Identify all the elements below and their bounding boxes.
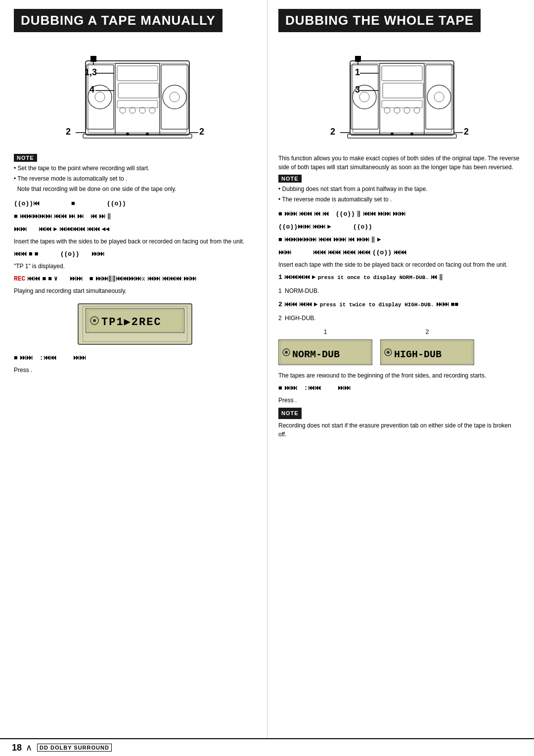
- svg-point-15: [149, 107, 155, 113]
- bottom-bar: 18 ∧ DD DOLBY SURROUND: [0, 738, 534, 756]
- svg-rect-5: [161, 65, 188, 129]
- svg-point-38: [359, 92, 369, 102]
- left-step-row-5: REC ⏮⏮ ■ ■ ∨ ⏭⏭ ■ ⏭⏭‖‖⏮⏮⏭⏭⌅ ⏮⏭ ⏮⏮⏮ ⏭⏭: [14, 274, 256, 284]
- right-step2-text: press it once to display NORM-DUB.: [318, 273, 429, 283]
- right-step-row-1: ■ ⏭⏭ ⏮⏮ ⏮ ⏮ ((o)) ‖ ⏮⏮ ⏭⏭ ⏭⏭: [278, 209, 520, 220]
- svg-text:NORM-DUB: NORM-DUB: [292, 349, 340, 360]
- svg-point-47: [394, 107, 400, 113]
- right-device-illustration: 1 3 2 2: [325, 46, 474, 150]
- page-number: 18: [12, 743, 22, 753]
- main-content: DUBBING A TAPE MANUALLY: [0, 0, 534, 738]
- svg-point-13: [130, 107, 135, 113]
- svg-point-7: [170, 92, 179, 102]
- svg-rect-11: [117, 100, 158, 108]
- right-note1-item-1: • Dubbing does not start from a point ha…: [278, 185, 520, 193]
- right-step-row-2: ((o))⏭⏭ ⏮⏭ ► ((o)): [278, 222, 520, 233]
- left-device-illustration: 1,3 4 2 2: [61, 46, 209, 150]
- right-step2-row: 1 ⏮⏮⏮⏮ ► press it once to display NORM-D…: [278, 272, 520, 283]
- left-step-row-4: ⏮⏮ ■ ■ ((o)) ⏭⏭: [14, 249, 256, 260]
- svg-point-48: [404, 107, 410, 113]
- svg-text:2: 2: [66, 127, 71, 137]
- left-lcd: TP1▶2REC: [78, 303, 192, 344]
- right-step-row-3: ■ ⏮⏭⏭⏭⏭ ⏮⏮ ⏭⏭ ⏮ ⏭⏭ ‖ ►: [278, 235, 520, 245]
- right-step1-text: Insert each tape with the side to be pla…: [278, 260, 520, 269]
- right-step4-text: The tapes are rewound to the beginning o…: [278, 371, 520, 380]
- svg-rect-45: [382, 100, 422, 108]
- dolby-logo: DD DOLBY SURROUND: [37, 744, 112, 752]
- left-step-row-2: ■ ⏮⏭⏭⏭⏭ ⏮⏮ ⏭ ⏭ ⏮ ⏭ ‖: [14, 211, 256, 222]
- left-column: DUBBING A TAPE MANUALLY: [0, 0, 267, 738]
- left-step-row-1: ((o))⏮ ■ ((o)): [14, 198, 256, 209]
- svg-text:2: 2: [199, 127, 204, 137]
- svg-rect-39: [426, 65, 453, 129]
- svg-text:4: 4: [89, 85, 94, 94]
- svg-point-46: [384, 107, 390, 113]
- svg-text:3: 3: [355, 85, 360, 94]
- svg-rect-8: [115, 63, 160, 135]
- svg-point-62: [410, 133, 413, 136]
- right-step-row-4: ⏭⏭ ⏮⏮ ⏮⏮ ⏮⏮ ⏮⏮ ((o)) ⏮⏮: [278, 247, 520, 258]
- svg-rect-42: [380, 63, 424, 135]
- right-step3-text: press it twice to display HIGH-DUB.: [320, 300, 434, 310]
- svg-point-14: [139, 107, 145, 113]
- left-note-item-2: • The reverse mode is automatically set …: [14, 174, 256, 183]
- left-step-row-6: ■ ⏭⏭ :⏮⏮ ⏭⏭: [14, 353, 256, 364]
- svg-text:2: 2: [330, 127, 335, 137]
- left-step1-text: Insert the tapes with the sides to be pl…: [14, 237, 256, 246]
- left-step2-text: "TP 1" is displayed.: [14, 262, 256, 271]
- right-title: DUBBING THE WHOLE TAPE: [278, 9, 481, 32]
- left-illustration-wrap: 1,3 4 2 2: [14, 46, 256, 150]
- svg-text:2: 2: [464, 127, 469, 137]
- right-steps: ■ ⏭⏭ ⏮⏮ ⏮ ⏮ ((o)) ‖ ⏮⏮ ⏭⏭ ⏭⏭ ((o))⏭⏭ ⏮⏭ …: [278, 209, 520, 439]
- left-steps: ((o))⏮ ■ ((o)) ■ ⏮⏭⏭⏭⏭ ⏮⏮ ⏭ ⏭ ⏮ ⏭ ‖ ⏭⏭ ⏮…: [14, 198, 256, 375]
- svg-point-71: [387, 351, 390, 354]
- lcd2-num-label: 2: [380, 327, 474, 337]
- right-column: DUBBING THE WHOLE TAPE: [267, 0, 534, 738]
- right-note1-item-2: • The reverse mode is automatically set …: [278, 195, 520, 204]
- caret-up-icon: ∧: [26, 742, 32, 753]
- svg-point-12: [120, 107, 126, 113]
- right-step3-num: 2: [278, 299, 282, 310]
- left-step-row-3: ⏭⏭ ⏮⏮ ► ⏮⏮⏮⏮ ⏮⏮ ◄◄: [14, 224, 256, 235]
- svg-point-61: [391, 133, 394, 136]
- left-title: DUBBING A TAPE MANUALLY: [14, 9, 222, 32]
- right-note2-text: Recording does not start if the erasure …: [278, 421, 520, 439]
- right-lcd1: NORM-DUB: [278, 339, 372, 365]
- svg-text:HIGH-DUB: HIGH-DUB: [394, 349, 442, 360]
- svg-point-27: [126, 133, 129, 136]
- svg-text:1: 1: [355, 67, 360, 77]
- right-step3-row: 2 ⏮⏮ ⏮⏮ ► press it twice to display HIGH…: [278, 299, 520, 310]
- svg-text:TP1▶2REC: TP1▶2REC: [101, 316, 162, 329]
- left-note-label: NOTE: [14, 154, 37, 162]
- lcd-row: 1 NORM-DUB 2: [278, 327, 520, 368]
- right-lcd2: HIGH-DUB: [380, 339, 474, 365]
- right-illustration-wrap: 1 3 2 2: [278, 46, 520, 150]
- norm-dub-label: 1 NORM-DUB.: [278, 286, 319, 296]
- svg-point-66: [285, 351, 288, 354]
- svg-rect-24: [90, 56, 96, 62]
- svg-point-40: [427, 85, 451, 109]
- svg-rect-9: [117, 66, 158, 81]
- right-note1-label: NOTE: [278, 175, 302, 183]
- svg-point-49: [414, 107, 420, 113]
- svg-rect-43: [382, 66, 422, 81]
- left-note-item-3: Note that recording will be done on one …: [14, 185, 256, 193]
- left-note-item-1: • Set the tape to the point where record…: [14, 164, 256, 173]
- high-dub-label: 2 HIGH-DUB.: [278, 313, 316, 323]
- svg-point-28: [146, 133, 149, 136]
- right-intro: This function allows you to make exact c…: [278, 154, 520, 172]
- left-step4-text: Press .: [14, 366, 256, 375]
- svg-rect-10: [118, 83, 159, 98]
- right-step-row-5: ■ ⏭⏭ :⏮⏮ ⏭⏭: [278, 383, 520, 394]
- svg-point-6: [163, 85, 186, 109]
- svg-point-41: [434, 92, 444, 102]
- left-note: NOTE • Set the tape to the point where r…: [14, 154, 256, 193]
- right-step5-text: Press .: [278, 396, 520, 405]
- svg-text:1,3: 1,3: [85, 67, 97, 77]
- left-step3-text: Playing and recording start simultaneous…: [14, 286, 256, 295]
- svg-rect-44: [383, 83, 423, 98]
- page: DUBBING A TAPE MANUALLY: [0, 0, 534, 756]
- right-note1: NOTE • Dubbing does not start from a poi…: [278, 175, 520, 204]
- svg-rect-58: [355, 56, 361, 62]
- svg-point-4: [95, 92, 105, 102]
